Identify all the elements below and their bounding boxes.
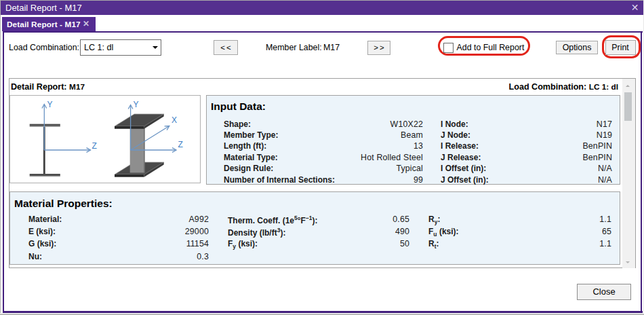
svg-text:Y: Y <box>47 100 53 109</box>
svg-text:Z: Z <box>178 140 183 149</box>
svg-text:Z: Z <box>92 141 97 151</box>
svg-text:X: X <box>172 115 177 125</box>
svg-text:Y: Y <box>134 100 139 109</box>
